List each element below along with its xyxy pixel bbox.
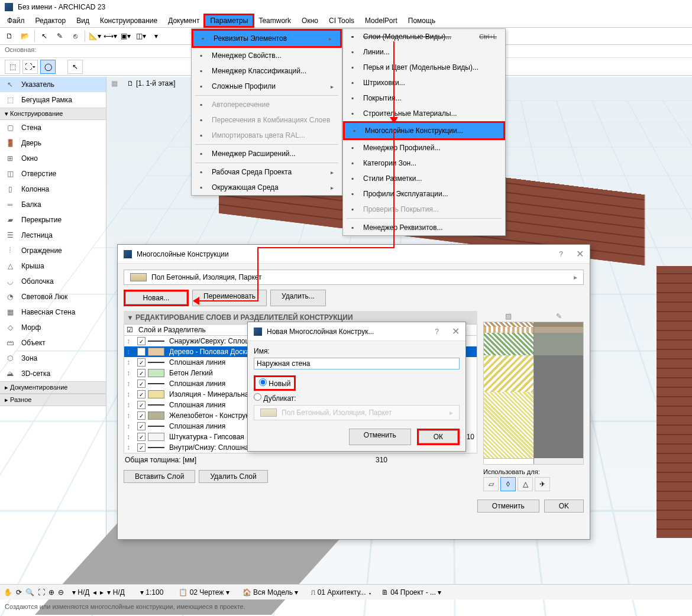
menuitem[interactable]: ▪Менеджер Профилей... [343,140,505,155]
use-slab-icon[interactable]: ◊ [500,477,516,491]
tool-Бегущая Рамка[interactable]: ⬚Бегущая Рамка [0,92,106,108]
help-icon[interactable]: ? [559,250,563,258]
menuitem[interactable]: ▪Линии... [343,44,505,60]
menuitem[interactable]: ▪Менеджер Расширений... [192,146,342,161]
snap-icon[interactable]: ◫▾ [134,29,148,43]
orbit-icon[interactable]: ⟳ [16,588,22,596]
measure-icon[interactable]: 📐▾ [88,29,102,43]
tool-Отверстие[interactable]: ◫Отверстие [0,166,106,181]
checkbox-icon[interactable]: ✓ [137,401,145,409]
menuitem[interactable]: ▪Строительные Материалы... [343,106,505,121]
close-icon[interactable]: ✕ [576,248,584,260]
close-icon[interactable]: ✕ [452,326,460,337]
tool-Окно[interactable]: ⊞Окно [0,151,106,166]
menu-помощь[interactable]: Помощь [403,15,440,26]
scale-value[interactable]: 1:100 [145,588,163,596]
menu-вид[interactable]: Вид [72,15,94,26]
menuitem[interactable]: ▪Категории Зон... [343,155,505,171]
checkbox-icon[interactable]: ✓ [137,358,145,367]
menuitem[interactable]: ▪Менеджер Классификаций... [192,63,342,79]
cursor-icon[interactable]: ⬚ [5,60,20,74]
tab-floor[interactable]: 🗋 [1. 1-й этаж] [122,77,181,89]
menuitem[interactable]: ▪Перья и Цвет (Модельные Виды)... [343,60,505,75]
menuitem[interactable]: ▪Менеджер Реквизитов... [343,220,505,235]
tool-Лестница[interactable]: ☰Лестница [0,228,106,243]
menuitem[interactable]: ▪Окружающая Среда▸ [192,180,342,195]
cancel-button[interactable]: Отменить [349,429,411,445]
radio-new[interactable]: Новый [259,380,290,388]
section-header[interactable]: ▾ Конструирование [0,108,106,120]
delete-layer-button[interactable]: Удалить Слой [199,470,267,483]
cancel-button[interactable]: Отменить [477,500,539,513]
proj-value[interactable]: 04 Проект - ... [390,588,436,596]
ok-button[interactable]: ОК [419,430,458,443]
menu-редактор[interactable]: Редактор [31,15,71,26]
new-button[interactable]: Новая... [125,291,187,304]
menuitem[interactable]: ▪Стили Разметки... [343,171,505,186]
checkbox-icon[interactable]: ✓ [137,369,145,377]
tool-Указатель[interactable]: ↖Указатель [0,77,106,92]
menuitem[interactable]: ▪Профили Эксплуатации... [343,186,505,202]
tool-Колонна[interactable]: ▯Колонна [0,181,106,197]
name-input[interactable] [254,358,460,369]
new-icon[interactable]: 🗋 [2,29,17,43]
zoomout-icon[interactable]: ⊖ [58,588,64,596]
menuitem[interactable]: ▪Многослойные Конструкции... [345,123,503,138]
view-value[interactable]: Вся Модель [253,588,293,596]
dim-icon[interactable]: ⟷▾ [103,29,117,43]
more-icon[interactable]: ▾ [149,29,163,43]
composite-selector[interactable]: Пол Бетонный, Изоляция, Паркет ▸ [124,270,584,285]
menuitem[interactable]: ▪Слои (Модельные Виды)...Ctrl+L [343,29,505,44]
menuitem[interactable]: ▪Сложные Профили▸ [192,79,342,94]
tool-Балка[interactable]: ═Балка [0,197,106,212]
checkbox-icon[interactable]: ✓ [137,411,145,420]
chevron-right-icon[interactable]: ▸ [100,588,104,596]
menu-конструирование[interactable]: Конструирование [95,15,162,26]
pick-icon[interactable]: ↖ [37,29,51,43]
marquee-icon[interactable]: ⛶▾ [22,60,38,74]
zoomfit-icon[interactable]: ⛶ [38,588,45,596]
hand-icon[interactable]: ✋ [4,588,12,596]
delete-button[interactable]: Удалить... [270,290,326,306]
checkbox-icon[interactable]: ✓ [137,337,145,345]
zoomin-icon[interactable]: ⊕ [48,588,54,596]
use-roof-icon[interactable]: △ [518,477,533,491]
menu-ci tools[interactable]: CI Tools [324,15,359,26]
tool-Дверь[interactable]: 🚪Дверь [0,135,106,151]
radio-duplicate[interactable]: Дубликат: [254,394,296,403]
checkbox-icon[interactable]: ✓ [137,433,145,441]
open-icon[interactable]: 📂 [18,29,32,43]
tool-Перекрытие[interactable]: ▰Перекрытие [0,212,106,228]
use-wall-icon[interactable]: ▱ [483,477,499,491]
checkbox-icon[interactable]: ✓ [137,390,145,398]
use-shell-icon[interactable]: ✈ [535,477,550,491]
ok-button[interactable]: OK [544,500,584,513]
menuitem[interactable]: ▪Рабочая Среда Проекта▸ [192,164,342,180]
help-icon[interactable]: ? [435,328,439,336]
grid-icon[interactable]: ▣▾ [118,29,132,43]
insert-layer-button[interactable]: Вставить Слой [124,470,195,483]
checkbox-icon[interactable]: ✓ [137,443,145,452]
menuitem[interactable]: ▪Покрытия... [343,90,505,106]
menu-параметры[interactable]: Параметры [205,15,253,26]
menu-teamwork[interactable]: Teamwork [254,15,296,26]
menuitem[interactable]: ▪Реквизиты Элементов▸ [193,31,340,46]
menu-документ[interactable]: Документ [163,15,204,26]
lasso-icon[interactable]: ◯ [40,60,56,74]
menu-файл[interactable]: Файл [2,15,30,26]
tool-Стена[interactable]: ▢Стена [0,120,106,135]
rename-button[interactable]: Переименовать [192,290,267,306]
menuitem[interactable]: ▪Штриховки... [343,75,505,90]
menu-modelport[interactable]: ModelPort [360,15,402,26]
menu-окно[interactable]: Окно [297,15,323,26]
menuitem[interactable]: ▪Менеджер Свойств... [192,48,342,63]
checkbox-icon[interactable]: ✓ [137,348,145,356]
zoom-icon[interactable]: 🔍 [25,588,34,596]
dropper-icon[interactable]: ⎋ [68,29,82,43]
checkbox-icon[interactable]: ✓ [137,380,145,388]
drawing-value[interactable]: 02 Чертеж [190,588,224,596]
checkbox-icon[interactable]: ✓ [137,422,145,430]
pointer-icon[interactable]: ↖ [67,60,83,74]
tab-grid-icon[interactable]: ▦ [109,78,119,89]
chevron-left-icon[interactable]: ◂ [93,588,96,596]
